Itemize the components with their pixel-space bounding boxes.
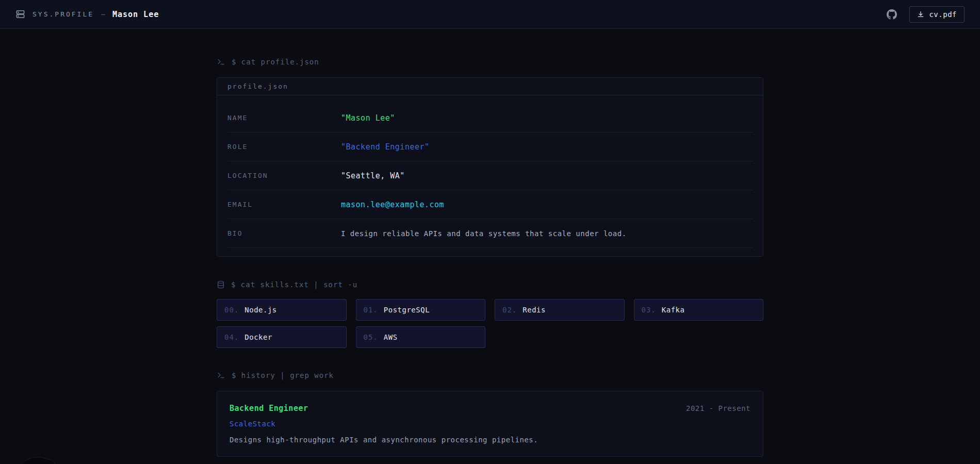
app-title: SYS.PROFILE	[32, 10, 94, 18]
skill-chip-kafka: 03. Kafka	[634, 299, 764, 321]
profile-row-location: LOCATION "Seattle, WA"	[227, 161, 753, 190]
skill-name: PostgreSQL	[384, 306, 430, 314]
cv-button-label: cv.pdf	[929, 10, 957, 19]
profile-row-name: NAME "Mason Lee"	[227, 104, 753, 132]
skill-name: Redis	[522, 306, 546, 314]
title-separator: —	[101, 10, 105, 18]
row-value: "Seattle, WA"	[341, 171, 405, 180]
row-label: EMAIL	[227, 201, 341, 208]
work-description: Designs high-throughput APIs and asynchr…	[230, 436, 750, 444]
skill-name: Node.js	[244, 306, 277, 314]
profile-panel-title: profile.json	[217, 78, 763, 95]
floating-action-button[interactable]	[12, 457, 64, 464]
work-period: 2021 - Present	[686, 404, 750, 412]
skill-chip-docker: 04. Docker	[217, 326, 347, 348]
skill-index: 05.	[364, 333, 378, 341]
work-entry-card: Backend Engineer 2021 - Present ScaleSta…	[217, 391, 763, 457]
row-label: NAME	[227, 114, 341, 122]
skills-grid: 00. Node.js 01. PostgreSQL 02. Redis 03.…	[217, 299, 763, 348]
cv-download-button[interactable]: cv.pdf	[909, 6, 965, 23]
terminal-prompt-icon	[217, 371, 225, 379]
work-title: Backend Engineer	[230, 404, 308, 413]
row-label: BIO	[227, 229, 341, 237]
profile-row-role: ROLE "Backend Engineer"	[227, 132, 753, 161]
brand: SYS.PROFILE — Mason Lee	[15, 9, 159, 19]
skills-prompt-text: $ cat skills.txt | sort -u	[231, 280, 357, 289]
skill-index: 03.	[642, 306, 656, 314]
database-icon	[217, 280, 225, 289]
skills-prompt-line: $ cat skills.txt | sort -u	[217, 280, 763, 289]
topbar-actions: cv.pdf	[887, 6, 965, 23]
work-company: ScaleStack	[230, 420, 750, 428]
download-icon	[917, 11, 924, 18]
row-value: "Mason Lee"	[341, 113, 395, 123]
profile-prompt-line: $ cat profile.json	[217, 57, 763, 66]
history-prompt-text: $ history | grep work	[232, 371, 334, 379]
main-content: $ cat profile.json profile.json NAME "Ma…	[217, 57, 763, 457]
profile-panel: profile.json NAME "Mason Lee" ROLE "Back…	[217, 77, 763, 257]
skill-index: 04.	[224, 333, 239, 341]
row-value: "Backend Engineer"	[341, 142, 430, 152]
skill-chip-postgresql: 01. PostgreSQL	[356, 299, 486, 321]
skill-index: 01.	[364, 306, 378, 314]
github-icon[interactable]	[887, 9, 897, 20]
skill-name: Docker	[244, 333, 272, 341]
skill-chip-redis: 02. Redis	[495, 299, 625, 321]
skill-chip-aws: 05. AWS	[356, 326, 486, 348]
skill-name: Kafka	[662, 306, 685, 314]
profile-prompt-text: $ cat profile.json	[232, 58, 319, 66]
skill-name: AWS	[384, 333, 398, 341]
terminal-prompt-icon	[217, 57, 225, 66]
server-icon	[15, 9, 25, 19]
email-link[interactable]: mason.lee@example.com	[341, 200, 444, 209]
profile-rows: NAME "Mason Lee" ROLE "Backend Engineer"…	[217, 95, 763, 256]
row-label: LOCATION	[227, 172, 341, 179]
top-bar: SYS.PROFILE — Mason Lee cv.pdf	[0, 0, 980, 29]
work-entry-header: Backend Engineer 2021 - Present	[230, 404, 750, 413]
skill-index: 02.	[502, 306, 517, 314]
page-title: Mason Lee	[112, 10, 159, 19]
row-label: ROLE	[227, 143, 341, 151]
skill-index: 00.	[224, 306, 239, 314]
profile-row-bio: BIO I design reliable APIs and data syst…	[227, 219, 753, 248]
row-value: I design reliable APIs and data systems …	[341, 229, 627, 238]
profile-row-email: EMAIL mason.lee@example.com	[227, 190, 753, 219]
history-prompt-line: $ history | grep work	[217, 371, 763, 379]
skill-chip-nodejs: 00. Node.js	[217, 299, 347, 321]
